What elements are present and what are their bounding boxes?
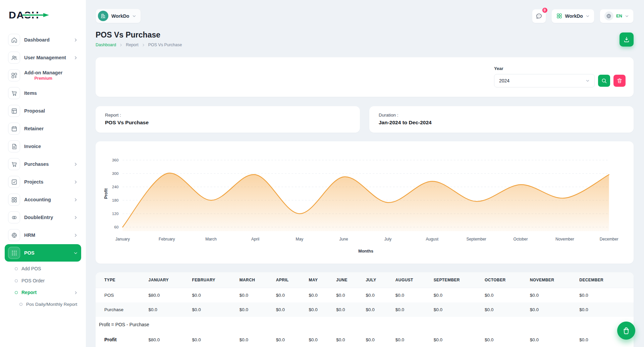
language-selector[interactable]: EN [600, 9, 634, 23]
pos-cart-fab[interactable] [617, 322, 635, 340]
sidebar-item-projects[interactable]: Projects [5, 173, 81, 191]
row-type-cell: Profit [96, 332, 145, 347]
download-button[interactable] [620, 32, 634, 47]
duration-value: Jan-2024 to Dec-2024 [379, 120, 624, 126]
report-table-card: TYPEJANUARYFEBRUARYMARCHAPRILMAYJUNEJULY… [96, 272, 634, 347]
table-cell: $0.0 [481, 332, 527, 347]
table-header-row: TYPEJANUARYFEBRUARYMARCHAPRILMAYJUNEJULY… [96, 272, 634, 288]
search-icon [601, 78, 607, 84]
row-type-cell: Purchase [96, 302, 145, 317]
table-header-cell: AUGUST [392, 272, 430, 288]
sidebar-item-doubleentry[interactable]: DoubleEntry [5, 209, 81, 226]
breadcrumb-item-pos-vs-purchase: POS Vs Purchase [148, 43, 182, 47]
sidebar-item-items[interactable]: Items [5, 84, 81, 102]
sidebar-item-hrm[interactable]: HRM [5, 226, 81, 244]
svg-text:240: 240 [112, 185, 118, 189]
svg-text:July: July [384, 237, 391, 241]
sidebar-item-purchases[interactable]: Purchases [5, 155, 81, 173]
sidebar-item-accounting[interactable]: Accounting [5, 191, 81, 208]
report-value: POS Vs Purchase [105, 120, 351, 126]
sidebar-item-pos[interactable]: POS [5, 244, 81, 262]
sidebar-subitem-report[interactable]: Report [4, 287, 82, 299]
messages-button[interactable]: 0 [532, 9, 546, 23]
sidebar-subitem-pos-order[interactable]: POS Order [4, 275, 82, 287]
workspace-name: WorkDo [111, 13, 129, 19]
sidebar-subitem-add-pos[interactable]: Add POS [4, 263, 82, 275]
addon-icon [8, 69, 20, 81]
svg-text:November: November [555, 237, 574, 241]
table-cell: $0.0 [273, 302, 306, 317]
notification-badge: 0 [542, 7, 548, 13]
globe-glyph-icon [606, 13, 611, 19]
sidebar-item-retainer[interactable]: Retainer [5, 120, 81, 137]
app-logo[interactable]: DASH [9, 9, 39, 21]
apply-filter-button[interactable] [598, 75, 610, 87]
sidebar-item-label: Retainer [24, 126, 44, 131]
table-header-cell: JANUARY [145, 272, 189, 288]
globe-icon [604, 11, 613, 20]
chevron-right-icon [119, 43, 123, 47]
chevron-right-icon [142, 43, 145, 47]
svg-text:February: February [159, 237, 175, 241]
apps-grid-icon [556, 13, 562, 19]
table-cell: $0.0 [333, 288, 362, 303]
chevron-right-icon [73, 38, 78, 42]
reset-filter-button[interactable] [613, 75, 626, 87]
sidebar-item-label: POS [24, 250, 35, 256]
doubleentry-icon [8, 211, 20, 223]
report-summary-card: Report : POS Vs Purchase [96, 106, 360, 133]
year-select[interactable]: 2024 [494, 74, 595, 87]
chevron-right-icon [73, 233, 78, 237]
chevron-right-icon [73, 215, 78, 220]
pos-icon [8, 247, 20, 259]
sidebar-item-dashboard[interactable]: Dashboard [5, 31, 81, 49]
accounting-icon [8, 194, 20, 206]
table-cell: $0.0 [363, 288, 392, 303]
premium-badge: Premium [24, 76, 62, 81]
table-cell: $0.0 [363, 302, 392, 317]
sidebar-item-proposal[interactable]: Proposal [5, 102, 81, 120]
chart-card: 60120180240300360JanuaryFebruaryMarchApr… [96, 141, 634, 264]
breadcrumb: DashboardReportPOS Vs Purchase [96, 43, 182, 47]
dot-icon [19, 303, 22, 306]
profit-formula-row: Profit = POS - Purchase [96, 317, 634, 332]
table-header-cell: JUNE [333, 272, 362, 288]
sidebar-subitem-label: Add POS [21, 266, 41, 272]
summary-row: Report : POS Vs Purchase Duration : Jan-… [96, 106, 634, 133]
svg-text:180: 180 [112, 198, 118, 202]
table-body: POS$80.0$0.0$0.0$0.0$0.0$0.0$0.0$0.0$0.0… [96, 288, 634, 347]
table-cell: $80.0 [145, 288, 189, 303]
apps-menu-button[interactable]: WorkDo [551, 9, 594, 23]
invoice-icon [8, 140, 20, 152]
svg-text:September: September [467, 237, 486, 241]
table-cell: $0.0 [392, 288, 430, 303]
pos-vs-purchase-chart: 60120180240300360JanuaryFebruaryMarchApr… [103, 156, 624, 258]
svg-text:360: 360 [112, 158, 118, 162]
svg-text:April: April [251, 237, 259, 241]
chevron-down-icon [586, 14, 590, 18]
retainer-icon [8, 123, 20, 135]
table-cell: $0.0 [527, 288, 576, 303]
table-header-cell: APRIL [273, 272, 306, 288]
svg-text:Profit: Profit [104, 188, 108, 199]
sidebar-item-add-on-manager[interactable]: Add-on ManagerPremium [5, 67, 81, 84]
table-cell: $0.0 [236, 332, 273, 347]
sidebar-item-user-management[interactable]: User Management [5, 49, 81, 66]
table-cell: $0.0 [306, 288, 333, 303]
sidebar-item-invoice[interactable]: Invoice [5, 138, 81, 155]
chevron-right-icon [73, 198, 78, 202]
table-cell: $0.0 [363, 332, 392, 347]
table-header-cell: TYPE [96, 272, 145, 288]
sidebar-subitem-label: Report [21, 290, 37, 296]
sidebar-item-label: Accounting [24, 197, 51, 202]
pos-submenu: Add POSPOS OrderReportPos Daily/Monthly … [4, 262, 82, 311]
table-cell: $0.0 [145, 302, 189, 317]
svg-text:120: 120 [112, 212, 118, 216]
table-cell: $80.0 [145, 332, 189, 347]
table-cell: $0.0 [306, 332, 333, 347]
duration-label: Duration : [379, 113, 624, 118]
main-content: WorkDo 0 WorkDo EN POS Vs Purchase Dashb… [86, 0, 644, 347]
workspace-switcher[interactable]: WorkDo [96, 9, 141, 23]
sidebar-subitem-pos-daily-monthly-report[interactable]: Pos Daily/Monthly Report [4, 299, 82, 310]
breadcrumb-item-dashboard[interactable]: Dashboard [96, 43, 116, 47]
